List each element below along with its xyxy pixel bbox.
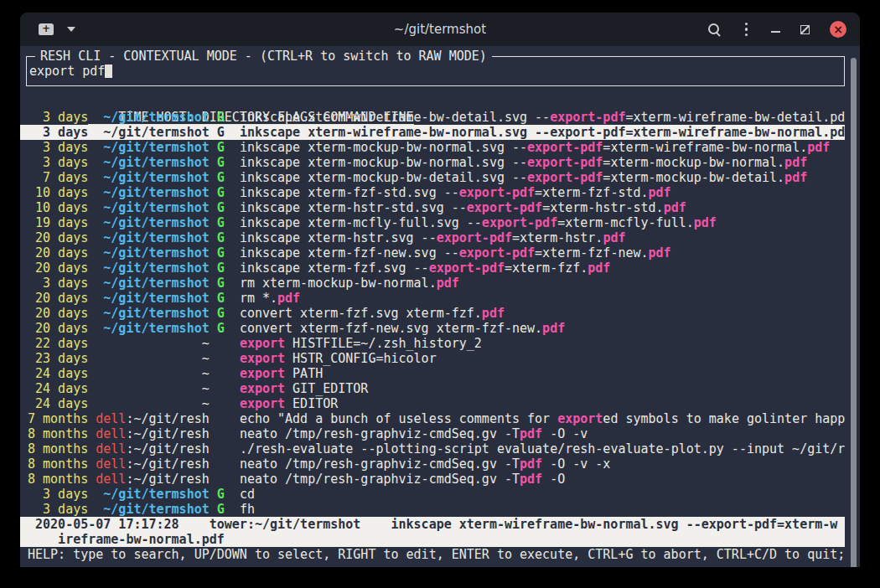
- row-text: [210, 441, 217, 456]
- row-text: [96, 366, 201, 381]
- row-text: [88, 125, 96, 140]
- row-directory: :~/git/resh: [126, 411, 209, 426]
- row-time: 24 days: [28, 396, 88, 411]
- row-time: 3 days: [28, 276, 88, 291]
- row-text: [88, 140, 96, 155]
- row-text: [210, 155, 217, 170]
- text-cursor: [105, 64, 112, 78]
- row-text: [96, 200, 103, 215]
- history-row[interactable]: 7 days ~/git/termshot G inkscape xterm-m…: [20, 170, 845, 185]
- row-text: [88, 487, 96, 502]
- row-text: [88, 441, 96, 456]
- row-text: [88, 381, 96, 396]
- row-command: =xterm-fzf-new.: [535, 245, 648, 260]
- match-highlight: export-pdf: [527, 170, 603, 185]
- row-text: [225, 200, 240, 215]
- match-highlight: pdf: [520, 426, 542, 441]
- row-text: [88, 472, 96, 487]
- history-row[interactable]: 8 months dell:~/git/resh neato /tmp/resh…: [20, 426, 845, 441]
- history-row[interactable]: 8 months dell:~/git/resh neato /tmp/resh…: [20, 456, 845, 472]
- row-text: [88, 185, 96, 200]
- history-row[interactable]: 8 months dell:~/git/resh neato /tmp/resh…: [20, 472, 845, 487]
- row-command: -O -v: [542, 426, 588, 441]
- row-text: [210, 170, 217, 185]
- row-time: 3 days: [28, 140, 88, 155]
- history-row[interactable]: 20 days ~/git/termshot G inkscape xterm-…: [20, 230, 845, 245]
- history-row[interactable]: 10 days ~/git/termshot G inkscape xterm-…: [20, 200, 845, 215]
- match-highlight: pdf: [784, 170, 807, 185]
- history-row[interactable]: 3 days ~/git/termshot G rm xterm-mockup-…: [20, 276, 845, 291]
- row-directory: ~/git/termshot: [103, 487, 209, 502]
- row-text: [88, 245, 96, 260]
- row-directory: ~/git/termshot: [103, 200, 209, 215]
- row-command: rm *.: [240, 291, 277, 306]
- row-time: 7 days: [28, 170, 88, 185]
- history-row[interactable]: 8 months dell:~/git/resh ./resh-evaluate…: [20, 441, 845, 456]
- row-text: [96, 306, 103, 321]
- row-text: [96, 260, 103, 276]
- search-box[interactable]: RESH CLI - CONTEXTUAL MODE - (CTRL+R to …: [26, 56, 845, 86]
- new-tab-button[interactable]: +: [39, 23, 54, 35]
- scrollbar[interactable]: [851, 58, 857, 567]
- row-directory: ~/git/termshot: [103, 502, 209, 517]
- row-command: echo "Add a bunch of useless comments fo…: [240, 411, 557, 426]
- history-row[interactable]: 20 days ~/git/termshot G inkscape xterm-…: [20, 245, 845, 260]
- row-directory: ~/git/termshot: [103, 155, 209, 170]
- history-row[interactable]: 3 days ~/git/termshot G inkscape xterm-m…: [20, 140, 845, 155]
- row-text: [88, 366, 96, 381]
- row-text: [96, 230, 103, 245]
- row-text: [88, 260, 96, 276]
- menu-kebab-icon[interactable]: [742, 23, 752, 37]
- row-text: [225, 321, 240, 336]
- history-row[interactable]: 3 days ~/git/termshot G fh: [20, 502, 845, 517]
- row-text: [217, 336, 225, 351]
- chevron-down-icon[interactable]: [67, 27, 75, 36]
- row-text: [96, 245, 103, 260]
- row-flag: G: [217, 185, 225, 200]
- match-highlight: export: [240, 381, 285, 396]
- search-icon[interactable]: [708, 23, 719, 34]
- row-command: =xterm-wireframe-bw-normal.pd: [625, 125, 845, 140]
- history-row[interactable]: 20 days ~/git/termshot G rm *.pdf: [20, 291, 845, 306]
- history-row[interactable]: 3 days ~/git/termshot G cd: [20, 487, 845, 502]
- row-text: [217, 396, 225, 411]
- row-text: [225, 260, 240, 276]
- restore-button[interactable]: [800, 25, 810, 34]
- row-time: 8 months: [28, 441, 88, 456]
- row-text: [225, 125, 240, 140]
- row-host: dell: [96, 441, 126, 456]
- row-text: [225, 381, 240, 396]
- close-button[interactable]: ×: [830, 21, 846, 38]
- history-row[interactable]: 22 days ~ export HISTFILE=~/.zsh_history…: [20, 336, 845, 351]
- row-time: 20 days: [28, 306, 88, 321]
- row-time: 3 days: [28, 125, 88, 140]
- row-text: [217, 456, 225, 472]
- row-command: ./resh-evaluate --plotting-script evalua…: [240, 441, 845, 456]
- minimize-button[interactable]: [771, 31, 780, 33]
- row-text: [225, 155, 240, 170]
- history-row[interactable]: 24 days ~ export GIT_EDITOR: [20, 381, 845, 396]
- row-command: GIT_EDITOR: [285, 381, 368, 396]
- row-text: [210, 125, 217, 140]
- history-row[interactable]: 24 days ~ export PATH: [20, 366, 845, 381]
- history-row[interactable]: 20 days ~/git/termshot G inkscape xterm-…: [20, 260, 845, 276]
- row-directory: ~/git/termshot: [103, 125, 209, 140]
- row-text: [225, 230, 240, 245]
- history-row[interactable]: 10 days ~/git/termshot G inkscape xterm-…: [20, 185, 845, 200]
- row-directory: ~/git/termshot: [103, 245, 209, 260]
- history-row[interactable]: 20 days ~/git/termshot G convert xterm-f…: [20, 306, 845, 321]
- history-row[interactable]: 19 days ~/git/termshot G inkscape xterm-…: [20, 215, 845, 230]
- row-command: =xterm-mockup-bw-detail.: [603, 170, 784, 185]
- status-bar: 2020-05-07 17:17:28 tower:~/git/termshot…: [20, 517, 845, 547]
- row-directory: :~/git/resh: [126, 472, 209, 487]
- row-command: inkscape xterm-fzf.svg --: [240, 260, 429, 276]
- history-row[interactable]: 3 days ~/git/termshot G inkscape xterm-w…: [20, 110, 845, 125]
- history-row[interactable]: 7 months dell:~/git/resh echo "Add a bun…: [20, 411, 845, 426]
- history-row[interactable]: 24 days ~ export EDITOR: [20, 396, 845, 411]
- history-row[interactable]: 23 days ~ export HSTR_CONFIG=hicolor: [20, 351, 845, 366]
- row-text: [225, 351, 240, 366]
- row-directory: ~/git/termshot: [103, 110, 209, 125]
- history-row-selected[interactable]: 3 days ~/git/termshot G inkscape xterm-w…: [20, 125, 845, 140]
- history-row[interactable]: 3 days ~/git/termshot G inkscape xterm-m…: [20, 155, 845, 170]
- history-row[interactable]: 20 days ~/git/termshot G convert xterm-f…: [20, 321, 845, 336]
